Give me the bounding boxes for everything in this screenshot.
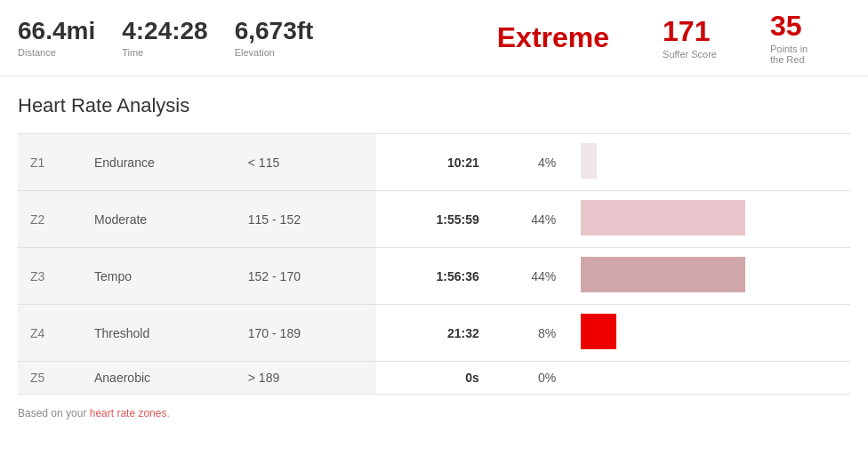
suffer-score-label: Suffer Score [663,49,717,60]
zone-pct: 8% [492,305,568,362]
stat-intensity: Extreme [497,22,609,53]
zone-range: 115 - 152 [236,191,376,248]
stats-right: Extreme 171 Suffer Score 35 Points in th… [497,11,850,65]
section-title: Heart Rate Analysis [18,94,850,117]
elevation-value: 6,673ft [235,18,314,45]
zone-name: Moderate [82,191,236,248]
main-content: Heart Rate Analysis Z1Endurance< 11510:2… [0,76,868,437]
zone-bar-cell [568,134,850,191]
zone-id: Z5 [18,362,82,395]
footer-note: Based on your heart rate zones. [18,407,850,419]
stat-suffer-score: 171 Suffer Score [663,16,717,60]
table-row: Z4Threshold170 - 18921:328% [18,305,850,362]
zone-pct: 0% [492,362,568,395]
table-row: Z5Anaerobic> 1890s0% [18,362,850,395]
table-row: Z1Endurance< 11510:214% [18,134,850,191]
heart-rate-zones-link[interactable]: heart rate zones [90,407,167,419]
stats-bar: 66.4mi Distance 4:24:28 Time 6,673ft Ele… [0,0,868,76]
distance-value: 66.4mi [18,18,95,45]
zone-time: 0s [376,362,492,395]
zone-name: Anaerobic [82,362,236,395]
zone-name: Endurance [82,134,236,191]
intensity-value: Extreme [497,22,609,53]
zone-range: 170 - 189 [236,305,376,362]
zone-name: Tempo [82,248,236,305]
zone-bar-cell [568,305,850,362]
zone-id: Z3 [18,248,82,305]
zone-pct: 4% [492,134,568,191]
table-row: Z2Moderate115 - 1521:55:5944% [18,191,850,248]
zone-time: 21:32 [376,305,492,362]
zone-bar-cell [568,362,850,395]
time-value: 4:24:28 [122,18,208,45]
zone-time: 1:56:36 [376,248,492,305]
stat-time: 4:24:28 Time [122,18,208,58]
zone-bar-cell [568,191,850,248]
zone-time: 10:21 [376,134,492,191]
zone-bar [581,200,745,236]
time-label: Time [122,47,208,58]
red-label: Points in the Red [770,44,824,65]
zone-bar [581,314,616,349]
zone-range: < 115 [236,134,376,191]
table-row: Z3Tempo152 - 1701:56:3644% [18,248,850,305]
stat-red: 35 Points in the Red [770,11,824,65]
zone-time: 1:55:59 [376,191,492,248]
footer-text-after: . [166,407,169,419]
zone-bar [581,143,597,179]
red-value: 35 [770,11,824,42]
stat-distance: 66.4mi Distance [18,18,95,58]
zone-pct: 44% [492,191,568,248]
stat-elevation: 6,673ft Elevation [235,18,314,58]
distance-label: Distance [18,47,95,58]
zone-bar-cell [568,248,850,305]
zone-range: > 189 [236,362,376,395]
zone-id: Z2 [18,191,82,248]
zone-pct: 44% [492,248,568,305]
zone-id: Z1 [18,134,82,191]
elevation-label: Elevation [235,47,314,58]
zone-id: Z4 [18,305,82,362]
suffer-score-value: 171 [663,16,717,47]
zone-range: 152 - 170 [236,248,376,305]
footer-text-before: Based on your [18,407,90,419]
heart-rate-table: Z1Endurance< 11510:214%Z2Moderate115 - 1… [18,133,850,395]
zone-name: Threshold [82,305,236,362]
zone-bar [581,257,745,292]
